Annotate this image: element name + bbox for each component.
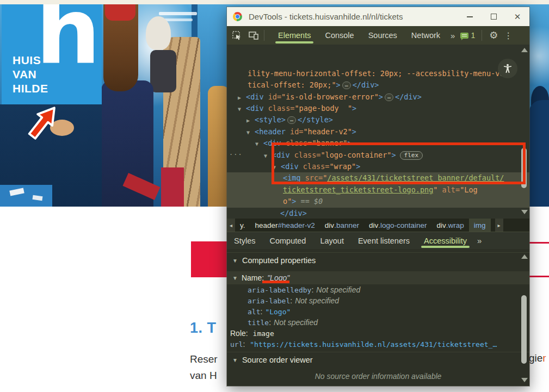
screenshot-stage: h HUIS VAN HILDE 1. T Reser van H gier D… <box>0 0 549 392</box>
pane-tab-accessibility[interactable]: Accessibility <box>417 232 474 249</box>
accessibility-pane: ▼ Computed properties ▼ Name: "Logo" ari… <box>227 249 529 386</box>
crumb-div-logo-container[interactable]: div.logo-container <box>364 219 432 232</box>
tree-node-line[interactable]: ility-menu-horizontal-offset: 20px; --ac… <box>227 68 529 79</box>
property-value: Not specified <box>295 296 339 305</box>
tree-node-line[interactable]: ▼<header id="header-v2"> <box>227 126 529 138</box>
a11y-property-row: aria-labelledby:Not specified <box>227 284 529 295</box>
pane-tab-computed[interactable]: Computed <box>263 232 313 249</box>
crumb-div-wrap[interactable]: div.wrap <box>432 219 469 232</box>
photo-blue-patch <box>0 185 52 207</box>
code-token: </div> <box>280 209 307 217</box>
tab-elements[interactable]: Elements <box>271 26 318 45</box>
devtools-titlebar[interactable]: DevTools - tickets.huisvanhilde.nl/nl/ti… <box>227 7 529 27</box>
tree-node-line[interactable]: o"> == $0 <box>227 196 529 207</box>
devtools-toolbar: ElementsConsoleSourcesNetwork » 1 ⚙ ⋮ <box>227 26 529 45</box>
code-token: == $0 <box>296 197 323 206</box>
settings-gear-icon[interactable]: ⚙ <box>485 29 502 41</box>
tree-node-line[interactable]: ▼<div class="page-body "> <box>227 103 529 114</box>
crumb-tag: header <box>255 221 278 229</box>
node-menu-dots[interactable]: ... <box>229 147 243 159</box>
crumb-suffix: .wrap <box>446 221 464 229</box>
crumb-img[interactable]: img <box>469 219 491 232</box>
tab-sources[interactable]: Sources <box>361 26 404 45</box>
expand-toggle-icon[interactable]: ▼ <box>246 127 255 138</box>
tab-label: Sources <box>368 31 397 40</box>
minimize-button[interactable] <box>458 7 482 26</box>
property-name: title <box>248 319 269 327</box>
pane-scrollbar-thumb[interactable] <box>521 295 527 364</box>
tree-node-line[interactable]: ▶<style>…</style> <box>227 114 529 126</box>
tree-node-line[interactable]: ▶<div id="is-old-browser-error">…</div> <box>227 91 529 103</box>
kebab-menu-icon[interactable]: ⋮ <box>502 30 517 41</box>
crumb-suffix: #header-v2 <box>278 221 315 229</box>
tab-label: Computed <box>270 237 306 245</box>
pane-tab-styles[interactable]: Styles <box>227 232 263 249</box>
colon: : <box>260 307 262 316</box>
a11y-property-row: title:Not specified <box>227 317 529 328</box>
crumb-tag: img <box>474 221 486 229</box>
code-token: <style> <box>255 115 286 124</box>
maximize-button[interactable] <box>482 7 505 26</box>
pane-tab-layout[interactable]: Layout <box>313 232 351 249</box>
expand-toggle-icon[interactable]: ▶ <box>238 92 246 103</box>
close-button[interactable]: ✕ <box>505 7 529 26</box>
pane-scrollbar-down[interactable] <box>521 378 528 382</box>
tab-console[interactable]: Console <box>318 26 361 45</box>
console-messages-button[interactable]: 1 <box>457 31 478 40</box>
window-controls: ✕ <box>458 7 529 26</box>
computed-properties-header[interactable]: ▼ Computed properties <box>227 252 529 268</box>
chrome-icon <box>233 12 242 21</box>
inspect-element-icon[interactable] <box>230 28 244 42</box>
code-token: id= <box>264 92 282 101</box>
message-bubble-icon <box>460 33 468 39</box>
property-value: Not specified <box>316 285 360 294</box>
inline-ellipsis-button[interactable]: … <box>287 116 296 124</box>
tab-label: Event listeners <box>358 237 410 245</box>
tree-node-line[interactable]: tical-offset: 20px;">…</div> <box>227 79 529 91</box>
tab-label: Accessibility <box>424 237 467 245</box>
tree-scrollbar-down[interactable] <box>521 210 528 214</box>
tree-node-line[interactable]: ticketstreet_ticketstreet-logo.png" alt=… <box>227 184 529 196</box>
code-token: ility-menu-horizontal-offset: 20px; --ac… <box>248 69 509 78</box>
site-logo[interactable]: h HUIS VAN HILDE <box>2 4 102 104</box>
inline-ellipsis-button[interactable]: … <box>385 94 393 101</box>
crumb-header-header-v2[interactable]: header#header-v2 <box>250 219 320 232</box>
tree-scrollbar-up[interactable] <box>521 48 528 52</box>
code-token: o" <box>283 197 292 206</box>
crumbs-scroll-left[interactable]: ◂ <box>227 219 235 232</box>
crumb-div-banner[interactable]: div.banner <box>320 219 364 232</box>
toolbar-separator <box>482 30 482 41</box>
expand-toggle-icon[interactable]: ▼ <box>255 138 263 150</box>
page-red-border-bottom <box>529 276 549 277</box>
tab-label: Styles <box>234 237 256 245</box>
page-right-text-fragment: gier <box>529 352 546 364</box>
pane-scrollbar-up[interactable] <box>521 254 528 259</box>
tab-network[interactable]: Network <box>404 26 447 45</box>
crumbs-scroll-right[interactable]: ▸ <box>495 219 503 232</box>
expand-toggle-icon[interactable]: ▶ <box>246 115 255 126</box>
right-text-tail: r <box>542 352 546 364</box>
code-token: </div> <box>353 80 379 89</box>
source-order-empty-message: No source order information available <box>227 372 529 381</box>
property-name: alt <box>248 308 260 316</box>
code-token: "Log <box>460 185 478 194</box>
expand-toggle-icon[interactable]: ▼ <box>264 150 272 161</box>
tree-node-line[interactable]: </div> <box>227 208 529 219</box>
tab-label: Layout <box>320 237 344 245</box>
code-token: </div> <box>395 92 422 101</box>
crumb-y-[interactable]: y. <box>235 219 250 232</box>
inline-ellipsis-button[interactable]: … <box>342 82 351 89</box>
source-order-viewer-header[interactable]: ▼ Source order viewer <box>227 352 529 368</box>
accessibility-person-button[interactable] <box>498 59 517 78</box>
a11y-property-row: alt:"Logo" <box>227 306 529 317</box>
device-toolbar-icon[interactable] <box>246 28 261 42</box>
resource-link[interactable]: ticketstreet_ticketstreet-logo.png <box>283 185 433 194</box>
selected-tab-underline <box>275 41 313 43</box>
pane-tab-event-listeners[interactable]: Event listeners <box>351 232 417 249</box>
code-token: <div <box>246 104 264 113</box>
maximize-icon <box>491 14 497 20</box>
more-pane-tabs-icon[interactable]: » <box>474 236 484 245</box>
more-tabs-icon[interactable]: » <box>447 31 457 40</box>
expand-toggle-icon[interactable]: ▼ <box>238 103 246 115</box>
close-icon: ✕ <box>514 13 521 21</box>
